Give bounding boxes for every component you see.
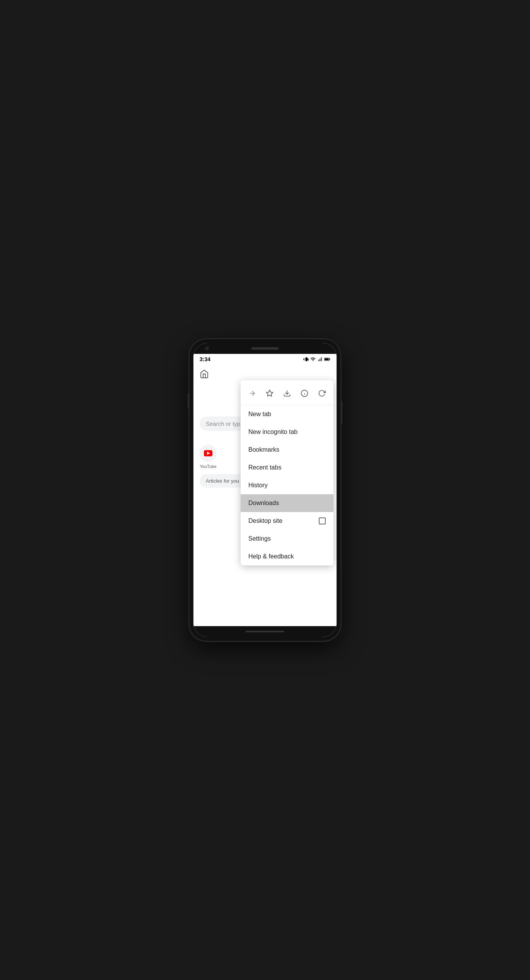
articles-for-you-button[interactable]: Articles for you: [200, 474, 245, 488]
browser-content: Search or type YouTube Articles for you: [193, 365, 337, 626]
vibrate-icon: [303, 357, 309, 362]
svg-marker-4: [267, 390, 273, 396]
wifi-icon: [310, 357, 316, 362]
menu-item-recent-tabs[interactable]: Recent tabs: [241, 459, 333, 476]
status-bar: 3:34: [193, 354, 337, 365]
youtube-shortcut[interactable]: YouTube: [200, 445, 217, 469]
refresh-icon-btn[interactable]: [315, 386, 329, 400]
status-icons: [303, 357, 330, 362]
menu-item-new-tab[interactable]: New tab: [241, 405, 333, 423]
menu-item-history[interactable]: History: [241, 476, 333, 494]
youtube-play-icon: [204, 450, 212, 456]
bookmark-icon-btn[interactable]: [263, 386, 277, 400]
menu-item-downloads[interactable]: Downloads: [241, 494, 333, 512]
youtube-icon-container: [200, 445, 217, 462]
phone-device: 3:34: [190, 339, 340, 641]
articles-label: Articles for you: [206, 478, 239, 484]
info-icon-btn[interactable]: [297, 386, 311, 400]
camera: [205, 347, 209, 350]
svg-rect-1: [329, 359, 330, 360]
signal-icon: [317, 357, 323, 362]
search-placeholder: Search or type: [206, 420, 244, 427]
dropdown-menu: New tab New incognito tab Bookmarks Rece…: [241, 380, 333, 565]
menu-item-bookmarks[interactable]: Bookmarks: [241, 441, 333, 459]
phone-screen: 3:34: [193, 343, 337, 637]
youtube-label: YouTube: [200, 464, 216, 469]
status-time: 3:34: [200, 356, 210, 362]
phone-top-bar: [193, 343, 337, 354]
phone-bottom-bar: [193, 626, 337, 637]
browser-header: [193, 365, 337, 382]
menu-item-help-feedback[interactable]: Help & feedback: [241, 548, 333, 565]
menu-item-settings[interactable]: Settings: [241, 530, 333, 548]
forward-icon-btn[interactable]: [245, 386, 259, 400]
svg-rect-2: [325, 359, 329, 360]
desktop-site-checkbox[interactable]: [319, 517, 326, 524]
speaker: [251, 347, 279, 350]
menu-item-new-incognito-tab[interactable]: New incognito tab: [241, 423, 333, 441]
menu-item-desktop-site[interactable]: Desktop site: [241, 512, 333, 530]
battery-icon: [324, 357, 330, 362]
home-icon[interactable]: [200, 369, 209, 379]
download-icon-btn[interactable]: [280, 386, 294, 400]
menu-icons-row: [241, 380, 333, 405]
home-indicator-bar: [246, 631, 284, 632]
